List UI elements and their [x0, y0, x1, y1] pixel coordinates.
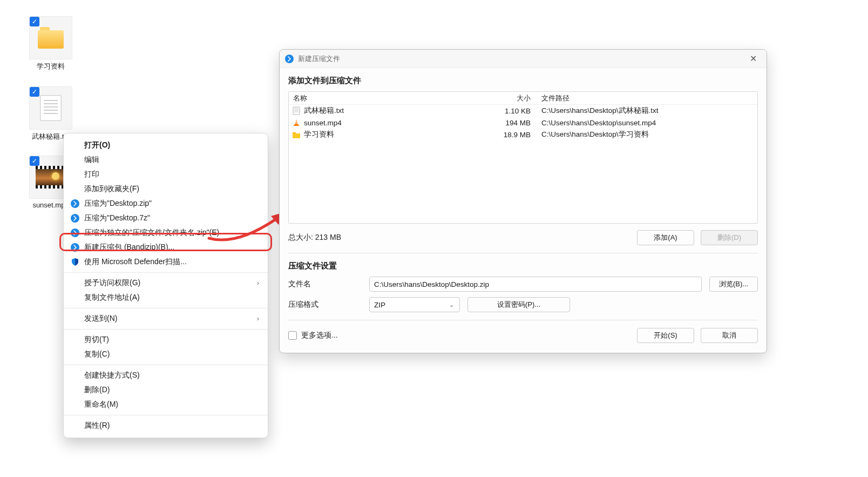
cm-grant-access[interactable]: 授予访问权限(G)›: [64, 276, 268, 290]
svg-rect-7: [295, 121, 297, 122]
bandizip-icon: [70, 199, 80, 209]
folder-thumbnail: ✓: [29, 16, 72, 59]
separator: [64, 415, 268, 415]
file-path: C:\Users\hans\Desktop\武林秘籍.txt: [535, 106, 757, 116]
folder-icon: [292, 130, 301, 139]
file-path: C:\Users\hans\Desktop\学习资料: [535, 130, 757, 139]
table-row[interactable]: sunset.mp4 194 MB C:\Users\hans\Desktop\…: [289, 117, 757, 129]
cm-edit[interactable]: 编辑: [64, 153, 268, 167]
start-button[interactable]: 开始(S): [637, 328, 694, 343]
format-select[interactable]: ZIP ⌄: [369, 297, 460, 312]
cm-add-favorites[interactable]: 添加到收藏夹(F): [64, 182, 268, 196]
table-header: 名称 大小 文件路径: [289, 92, 757, 105]
col-path[interactable]: 文件路径: [535, 93, 757, 103]
close-button[interactable]: ✕: [745, 51, 761, 66]
svg-marker-5: [295, 119, 298, 125]
new-archive-dialog: 新建压缩文件 ✕ 添加文件到压缩文件 名称 大小 文件路径 武林秘籍.txt 1…: [279, 49, 767, 353]
delete-button[interactable]: 删除(D): [701, 230, 758, 245]
add-button[interactable]: 添加(A): [637, 230, 694, 245]
cm-defender-scan[interactable]: 使用 Microsoft Defender扫描...: [64, 255, 268, 269]
cm-copy[interactable]: 复制(C): [64, 347, 268, 361]
cm-delete[interactable]: 删除(D): [64, 383, 268, 397]
chevron-down-icon: ⌄: [449, 301, 454, 308]
format-label: 压缩格式: [288, 300, 369, 310]
selected-check-icon: ✓: [30, 17, 39, 26]
separator: [64, 365, 268, 365]
text-thumbnail: ✓: [29, 86, 72, 130]
icon-label: 学习资料: [29, 62, 72, 71]
cm-new-archive[interactable]: 新建压缩包 (Bandizip)(B)...: [64, 240, 268, 254]
cm-cut[interactable]: 剪切(T): [64, 333, 268, 347]
desktop-icon-folder[interactable]: ✓ 学习资料: [29, 16, 72, 71]
file-name: sunset.mp4: [304, 119, 342, 127]
file-name: 武林秘籍.txt: [304, 106, 344, 116]
context-menu: 打开(O) 编辑 打印 添加到收藏夹(F) 压缩为"Desktop.zip" 压…: [63, 133, 268, 438]
section-add-files-title: 添加文件到压缩文件: [288, 76, 758, 86]
cm-properties[interactable]: 属性(R): [64, 419, 268, 433]
file-list-table[interactable]: 名称 大小 文件路径 武林秘籍.txt 1.10 KB C:\Users\han…: [288, 91, 758, 224]
separator: [288, 253, 758, 253]
cm-create-shortcut[interactable]: 创建快捷方式(S): [64, 368, 268, 382]
cm-send-to[interactable]: 发送到(N)›: [64, 312, 268, 326]
textfile-icon: [292, 106, 301, 115]
selected-check-icon: ✓: [30, 156, 39, 166]
cm-rename[interactable]: 重命名(M): [64, 398, 268, 412]
selected-check-icon: ✓: [30, 87, 39, 97]
bandizip-app-icon: [285, 55, 294, 63]
cm-copy-path[interactable]: 复制文件地址(A): [64, 291, 268, 305]
separator: [64, 308, 268, 308]
more-options-label[interactable]: 更多选项...: [301, 331, 338, 340]
cm-compress-zip[interactable]: 压缩为"Desktop.zip": [64, 197, 268, 211]
cancel-button[interactable]: 取消: [701, 328, 758, 343]
filename-input[interactable]: C:\Users\hans\Desktop\Desktop.zip: [369, 277, 702, 292]
file-size: 18.9 MB: [492, 131, 535, 139]
separator: [64, 329, 268, 330]
window-title: 新建压缩文件: [298, 54, 340, 64]
bandizip-icon: [70, 243, 80, 252]
cm-compress-each[interactable]: 压缩为独立的"压缩文件/文件夹名.zip"(E): [64, 226, 268, 240]
vlc-icon: [292, 118, 301, 127]
folder-icon: [38, 27, 64, 49]
shield-icon: [70, 257, 80, 267]
file-size: 194 MB: [492, 119, 535, 127]
more-options-checkbox[interactable]: [288, 331, 297, 340]
chevron-right-icon: ›: [257, 279, 259, 287]
cm-compress-7z[interactable]: 压缩为"Desktop.7z": [64, 211, 268, 225]
bandizip-icon: [70, 228, 80, 238]
file-path: C:\Users\hans\Desktop\sunset.mp4: [535, 119, 757, 127]
svg-rect-1: [293, 107, 300, 115]
separator: [64, 272, 268, 273]
col-size[interactable]: 大小: [504, 93, 535, 103]
bandizip-icon: [70, 213, 80, 223]
file-name: 学习资料: [304, 130, 334, 139]
separator: [288, 320, 758, 320]
video-icon: [36, 166, 66, 189]
col-name[interactable]: 名称: [289, 93, 504, 103]
table-row[interactable]: 武林秘籍.txt 1.10 KB C:\Users\hans\Desktop\武…: [289, 105, 757, 117]
browse-button[interactable]: 浏览(B)...: [709, 277, 758, 292]
svg-rect-8: [295, 123, 297, 123]
cm-print[interactable]: 打印: [64, 167, 268, 182]
filename-label: 文件名: [288, 279, 369, 289]
total-size-label: 总大小: 213 MB: [288, 233, 341, 243]
file-size: 1.10 KB: [492, 107, 535, 115]
chevron-right-icon: ›: [257, 315, 259, 323]
cm-open[interactable]: 打开(O): [64, 138, 268, 152]
table-row[interactable]: 学习资料 18.9 MB C:\Users\hans\Desktop\学习资料: [289, 129, 757, 140]
set-password-button[interactable]: 设置密码(P)...: [467, 297, 570, 312]
textfile-icon: [40, 95, 62, 121]
titlebar[interactable]: 新建压缩文件 ✕: [280, 50, 767, 68]
svg-rect-6: [294, 125, 299, 126]
section-archive-settings-title: 压缩文件设置: [288, 261, 758, 271]
